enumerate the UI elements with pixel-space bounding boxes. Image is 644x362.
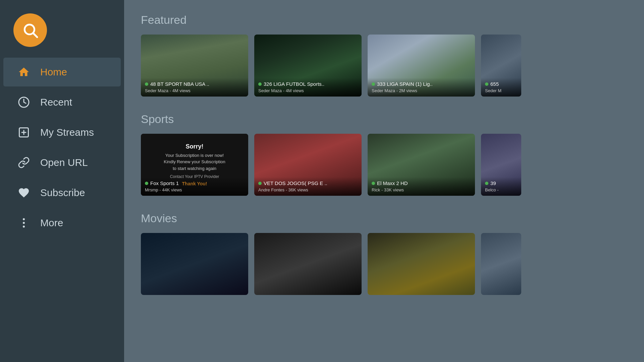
- sub-message: Your Subscription is over now! Kindly Re…: [164, 152, 225, 172]
- my-streams-icon: [17, 125, 31, 139]
- sidebar-recent-label: Recent: [40, 97, 72, 108]
- featured-cards-row: 48 BT SPORT NBA USA .. Seder Maza - 4M v…: [141, 35, 631, 97]
- movies-cards-row: [141, 233, 631, 295]
- live-dot-f2: [258, 82, 262, 86]
- movies-section: Movies: [141, 212, 631, 295]
- featured-card-4[interactable]: 655 Seder M: [481, 35, 521, 97]
- card-title-f1: 48 BT SPORT NBA USA ..: [150, 81, 209, 87]
- sports-card-2[interactable]: VET DOS JOGOS( PSG E .. Andre Fontes - 3…: [254, 134, 362, 196]
- card-overlay-f4: 655 Seder M: [481, 78, 521, 97]
- featured-card-1[interactable]: 48 BT SPORT NBA USA .. Seder Maza - 4M v…: [141, 35, 248, 97]
- card-meta-s2: Andre Fontes - 36K views: [258, 187, 358, 192]
- sorry-title: Sorry!: [185, 143, 203, 150]
- sidebar-subscribe-label: Subscribe: [40, 187, 85, 198]
- live-dot-s4: [485, 182, 488, 185]
- thumb-movies-3: [368, 233, 475, 295]
- thumb-movies-2: [254, 233, 362, 295]
- main-content: Featured 48 BT SPORT NBA USA .. Seder Ma…: [124, 0, 644, 362]
- movies-card-3[interactable]: [368, 233, 475, 295]
- live-dot-s1: [145, 182, 148, 185]
- sidebar-nav: Home Recent My Streams: [0, 57, 124, 238]
- live-dot-f3: [372, 82, 375, 86]
- card-meta-s1: Mrsmp - 44K views: [145, 187, 244, 192]
- featured-card-3[interactable]: 333 LIGA SPAIN (1) Lig.. Seder Maza - 2M…: [368, 35, 475, 97]
- movies-card-1[interactable]: [141, 233, 248, 295]
- thumb-movies-1: [141, 233, 248, 295]
- sports-card-1[interactable]: Sorry! Your Subscription is over now! Ki…: [141, 134, 248, 196]
- open-url-icon: [17, 156, 31, 170]
- live-dot-s3: [372, 182, 375, 185]
- sidebar-open-url-label: Open URL: [40, 157, 88, 168]
- svg-line-1: [33, 33, 37, 37]
- card-overlay-f2: 326 LIGA FUTBOL Sports.. Seder Maza - 4M…: [254, 78, 362, 97]
- card-overlay-s4: 39 Belco -: [481, 177, 521, 196]
- sports-card-4[interactable]: 39 Belco -: [481, 134, 521, 196]
- sports-cards-row: Sorry! Your Subscription is over now! Ki…: [141, 134, 631, 196]
- search-button[interactable]: [13, 13, 47, 47]
- sidebar-item-more[interactable]: More: [3, 208, 121, 237]
- subscribe-icon: [17, 186, 31, 200]
- live-dot-f1: [145, 82, 148, 86]
- movies-card-2[interactable]: [254, 233, 362, 295]
- card-title-s3: El Maxx 2 HD: [377, 180, 408, 186]
- card-meta-s4: Belco -: [485, 187, 517, 192]
- sports-section: Sports Sorry! Your Subscription is over …: [141, 113, 631, 196]
- movies-title: Movies: [141, 212, 631, 225]
- card-title-s1: Fox Sports 1: [150, 180, 179, 186]
- sports-card-3[interactable]: El Maxx 2 HD Rick - 33K views: [368, 134, 475, 196]
- card-overlay-f1: 48 BT SPORT NBA USA .. Seder Maza - 4M v…: [141, 78, 248, 97]
- more-icon: [17, 216, 31, 230]
- card-title-s2: VET DOS JOGOS( PSG E ..: [264, 180, 327, 186]
- home-icon: [17, 65, 31, 79]
- featured-title: Featured: [141, 13, 631, 26]
- card-title-f3: 333 LIGA SPAIN (1) Lig..: [377, 81, 433, 87]
- sidebar-item-subscribe[interactable]: Subscribe: [3, 178, 121, 207]
- sidebar: Home Recent My Streams: [0, 0, 124, 362]
- recent-icon: [17, 95, 31, 109]
- card-meta-s3: Rick - 33K views: [372, 187, 471, 192]
- thumb-movies-4: [481, 233, 521, 295]
- card-overlay-s2: VET DOS JOGOS( PSG E .. Andre Fontes - 3…: [254, 177, 362, 196]
- sports-title: Sports: [141, 113, 631, 126]
- sidebar-item-open-url[interactable]: Open URL: [3, 148, 121, 177]
- card-meta-f2: Seder Maza - 4M views: [258, 88, 358, 93]
- featured-card-2[interactable]: 326 LIGA FUTBOL Sports.. Seder Maza - 4M…: [254, 35, 362, 97]
- search-icon: [22, 22, 39, 39]
- sidebar-item-recent[interactable]: Recent: [3, 88, 121, 117]
- sidebar-item-home[interactable]: Home: [3, 58, 121, 86]
- featured-section: Featured 48 BT SPORT NBA USA .. Seder Ma…: [141, 13, 631, 97]
- card-meta-f1: Seder Maza - 4M views: [145, 88, 244, 93]
- card-overlay-s3: El Maxx 2 HD Rick - 33K views: [368, 177, 475, 196]
- sidebar-item-my-streams[interactable]: My Streams: [3, 118, 121, 147]
- sidebar-more-label: More: [40, 217, 63, 229]
- card-title-f4: 655: [490, 81, 499, 87]
- live-dot-f4: [485, 82, 488, 86]
- sidebar-home-label: Home: [40, 66, 67, 78]
- card-title-s4: 39: [490, 180, 496, 186]
- card-overlay-s1: Fox Sports 1 Mrsmp - 44K views: [141, 177, 248, 196]
- card-title-f2: 326 LIGA FUTBOL Sports..: [264, 81, 324, 87]
- card-meta-f3: Seder Maza - 2M views: [372, 88, 471, 93]
- card-meta-f4: Seder M: [485, 88, 517, 93]
- card-overlay-f3: 333 LIGA SPAIN (1) Lig.. Seder Maza - 2M…: [368, 78, 475, 97]
- movies-card-4[interactable]: [481, 233, 521, 295]
- sidebar-my-streams-label: My Streams: [40, 127, 94, 138]
- live-dot-s2: [258, 182, 262, 185]
